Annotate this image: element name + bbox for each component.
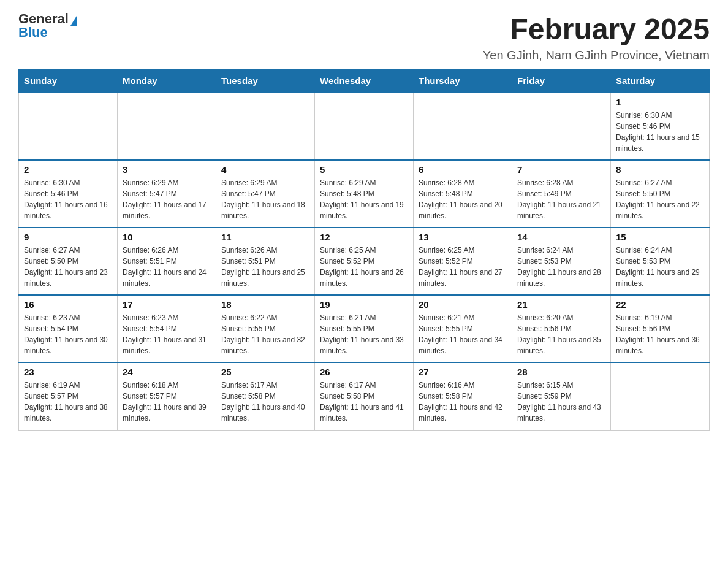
day-info: Sunrise: 6:21 AMSunset: 5:55 PMDaylight:… — [320, 312, 408, 356]
table-row: 14Sunrise: 6:24 AMSunset: 5:53 PMDayligh… — [512, 228, 611, 295]
page-subtitle: Yen GJinh, Nam GJinh Province, Vietnam — [483, 48, 710, 63]
table-row: 23Sunrise: 6:19 AMSunset: 5:57 PMDayligh… — [19, 362, 118, 430]
day-number: 15 — [616, 232, 704, 242]
title-block: February 2025 Yen GJinh, Nam GJinh Provi… — [483, 12, 710, 63]
day-number: 28 — [517, 367, 605, 377]
day-number: 20 — [419, 299, 507, 310]
table-row: 8Sunrise: 6:27 AMSunset: 5:50 PMDaylight… — [611, 160, 710, 228]
header-tuesday: Tuesday — [216, 69, 315, 93]
table-row: 22Sunrise: 6:19 AMSunset: 5:56 PMDayligh… — [611, 295, 710, 362]
day-info: Sunrise: 6:20 AMSunset: 5:56 PMDaylight:… — [517, 312, 605, 356]
day-info: Sunrise: 6:27 AMSunset: 5:50 PMDaylight:… — [616, 177, 704, 221]
table-row — [512, 93, 611, 160]
table-row: 27Sunrise: 6:16 AMSunset: 5:58 PMDayligh… — [414, 362, 512, 430]
table-row — [315, 93, 414, 160]
table-row: 6Sunrise: 6:28 AMSunset: 5:48 PMDaylight… — [414, 160, 512, 228]
day-number: 6 — [419, 164, 507, 175]
day-number: 9 — [24, 232, 112, 242]
day-info: Sunrise: 6:22 AMSunset: 5:55 PMDaylight:… — [221, 312, 309, 356]
day-info: Sunrise: 6:24 AMSunset: 5:53 PMDaylight:… — [517, 245, 605, 289]
page-header: General Blue February 2025 Yen GJinh, Na… — [18, 12, 710, 63]
day-info: Sunrise: 6:19 AMSunset: 5:56 PMDaylight:… — [616, 312, 704, 356]
day-info: Sunrise: 6:28 AMSunset: 5:49 PMDaylight:… — [517, 177, 605, 221]
day-number: 3 — [123, 164, 211, 175]
day-info: Sunrise: 6:29 AMSunset: 5:47 PMDaylight:… — [123, 177, 211, 221]
logo-text-blue: Blue — [18, 25, 48, 40]
day-info: Sunrise: 6:29 AMSunset: 5:47 PMDaylight:… — [221, 177, 309, 221]
calendar-week-row: 1Sunrise: 6:30 AMSunset: 5:46 PMDaylight… — [19, 93, 710, 160]
table-row: 10Sunrise: 6:26 AMSunset: 5:51 PMDayligh… — [118, 228, 216, 295]
day-number: 13 — [419, 232, 507, 242]
day-number: 8 — [616, 164, 704, 175]
day-info: Sunrise: 6:16 AMSunset: 5:58 PMDaylight:… — [419, 380, 507, 424]
table-row: 5Sunrise: 6:29 AMSunset: 5:48 PMDaylight… — [315, 160, 414, 228]
day-info: Sunrise: 6:21 AMSunset: 5:55 PMDaylight:… — [419, 312, 507, 356]
logo: General Blue — [18, 12, 77, 39]
table-row — [216, 93, 315, 160]
day-info: Sunrise: 6:23 AMSunset: 5:54 PMDaylight:… — [24, 312, 112, 356]
day-info: Sunrise: 6:24 AMSunset: 5:53 PMDaylight:… — [616, 245, 704, 289]
day-number: 10 — [123, 232, 211, 242]
day-number: 17 — [123, 299, 211, 310]
table-row — [118, 93, 216, 160]
day-info: Sunrise: 6:26 AMSunset: 5:51 PMDaylight:… — [123, 245, 211, 289]
table-row — [414, 93, 512, 160]
day-number: 2 — [24, 164, 112, 175]
day-number: 22 — [616, 299, 704, 310]
table-row: 13Sunrise: 6:25 AMSunset: 5:52 PMDayligh… — [414, 228, 512, 295]
table-row: 11Sunrise: 6:26 AMSunset: 5:51 PMDayligh… — [216, 228, 315, 295]
day-info: Sunrise: 6:18 AMSunset: 5:57 PMDaylight:… — [123, 380, 211, 424]
table-row: 12Sunrise: 6:25 AMSunset: 5:52 PMDayligh… — [315, 228, 414, 295]
table-row: 28Sunrise: 6:15 AMSunset: 5:59 PMDayligh… — [512, 362, 611, 430]
day-number: 1 — [616, 97, 704, 107]
day-info: Sunrise: 6:30 AMSunset: 5:46 PMDaylight:… — [616, 110, 704, 154]
day-info: Sunrise: 6:29 AMSunset: 5:48 PMDaylight:… — [320, 177, 408, 221]
day-number: 19 — [320, 299, 408, 310]
table-row: 9Sunrise: 6:27 AMSunset: 5:50 PMDaylight… — [19, 228, 118, 295]
day-number: 18 — [221, 299, 309, 310]
day-number: 16 — [24, 299, 112, 310]
day-number: 14 — [517, 232, 605, 242]
day-info: Sunrise: 6:27 AMSunset: 5:50 PMDaylight:… — [24, 245, 112, 289]
table-row: 20Sunrise: 6:21 AMSunset: 5:55 PMDayligh… — [414, 295, 512, 362]
day-number: 23 — [24, 367, 112, 377]
day-number: 7 — [517, 164, 605, 175]
calendar-header-row: Sunday Monday Tuesday Wednesday Thursday… — [19, 69, 710, 93]
table-row — [19, 93, 118, 160]
day-number: 25 — [221, 367, 309, 377]
day-info: Sunrise: 6:28 AMSunset: 5:48 PMDaylight:… — [419, 177, 507, 221]
header-sunday: Sunday — [19, 69, 118, 93]
day-number: 24 — [123, 367, 211, 377]
table-row: 18Sunrise: 6:22 AMSunset: 5:55 PMDayligh… — [216, 295, 315, 362]
table-row: 7Sunrise: 6:28 AMSunset: 5:49 PMDaylight… — [512, 160, 611, 228]
table-row: 25Sunrise: 6:17 AMSunset: 5:58 PMDayligh… — [216, 362, 315, 430]
day-info: Sunrise: 6:15 AMSunset: 5:59 PMDaylight:… — [517, 380, 605, 424]
day-info: Sunrise: 6:25 AMSunset: 5:52 PMDaylight:… — [419, 245, 507, 289]
day-number: 5 — [320, 164, 408, 175]
table-row — [611, 362, 710, 430]
table-row: 19Sunrise: 6:21 AMSunset: 5:55 PMDayligh… — [315, 295, 414, 362]
table-row: 17Sunrise: 6:23 AMSunset: 5:54 PMDayligh… — [118, 295, 216, 362]
day-number: 21 — [517, 299, 605, 310]
day-info: Sunrise: 6:23 AMSunset: 5:54 PMDaylight:… — [123, 312, 211, 356]
header-thursday: Thursday — [414, 69, 512, 93]
table-row: 16Sunrise: 6:23 AMSunset: 5:54 PMDayligh… — [19, 295, 118, 362]
day-info: Sunrise: 6:30 AMSunset: 5:46 PMDaylight:… — [24, 177, 112, 221]
table-row: 2Sunrise: 6:30 AMSunset: 5:46 PMDaylight… — [19, 160, 118, 228]
table-row: 4Sunrise: 6:29 AMSunset: 5:47 PMDaylight… — [216, 160, 315, 228]
table-row: 15Sunrise: 6:24 AMSunset: 5:53 PMDayligh… — [611, 228, 710, 295]
calendar-week-row: 16Sunrise: 6:23 AMSunset: 5:54 PMDayligh… — [19, 295, 710, 362]
calendar-week-row: 2Sunrise: 6:30 AMSunset: 5:46 PMDaylight… — [19, 160, 710, 228]
table-row: 24Sunrise: 6:18 AMSunset: 5:57 PMDayligh… — [118, 362, 216, 430]
header-wednesday: Wednesday — [315, 69, 414, 93]
table-row: 26Sunrise: 6:17 AMSunset: 5:58 PMDayligh… — [315, 362, 414, 430]
table-row: 3Sunrise: 6:29 AMSunset: 5:47 PMDaylight… — [118, 160, 216, 228]
day-info: Sunrise: 6:17 AMSunset: 5:58 PMDaylight:… — [221, 380, 309, 424]
day-info: Sunrise: 6:25 AMSunset: 5:52 PMDaylight:… — [320, 245, 408, 289]
day-number: 27 — [419, 367, 507, 377]
day-info: Sunrise: 6:17 AMSunset: 5:58 PMDaylight:… — [320, 380, 408, 424]
day-number: 12 — [320, 232, 408, 242]
table-row: 1Sunrise: 6:30 AMSunset: 5:46 PMDaylight… — [611, 93, 710, 160]
calendar-week-row: 9Sunrise: 6:27 AMSunset: 5:50 PMDaylight… — [19, 228, 710, 295]
table-row: 21Sunrise: 6:20 AMSunset: 5:56 PMDayligh… — [512, 295, 611, 362]
